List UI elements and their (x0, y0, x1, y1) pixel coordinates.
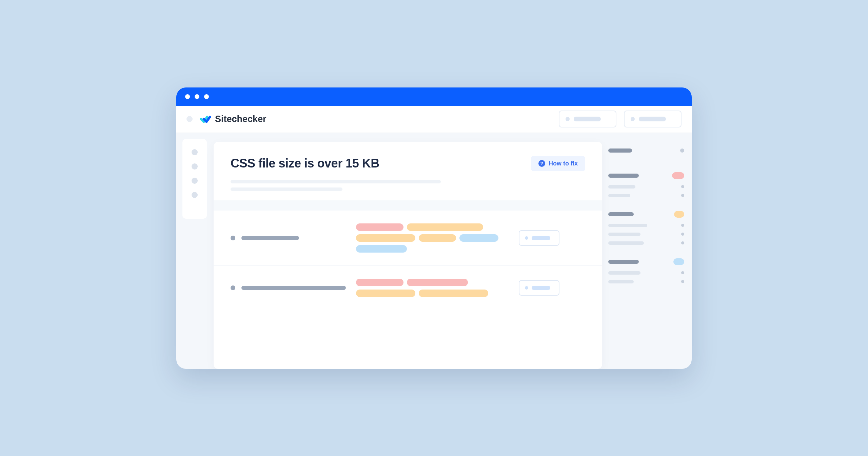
summary-section (608, 148, 684, 159)
checkmark-icon (200, 114, 211, 124)
section-badge (672, 172, 684, 179)
tag-pill (356, 290, 415, 297)
tag-pill (419, 290, 488, 297)
header-menu-dot[interactable] (186, 116, 193, 122)
row-url-placeholder (241, 236, 299, 240)
window-control-dot[interactable] (204, 94, 209, 99)
summary-section (608, 258, 684, 283)
summary-item[interactable] (608, 185, 684, 189)
row-tags (356, 223, 509, 253)
app-header: Sitechecker (176, 106, 692, 133)
row-indicator-dot (231, 236, 235, 240)
how-to-fix-button[interactable]: ? How to fix (531, 156, 585, 171)
row-tags (356, 279, 509, 297)
summary-section (608, 172, 684, 197)
header-action-button[interactable] (559, 111, 616, 127)
row-url-placeholder (241, 286, 346, 290)
sidebar-nav (182, 139, 207, 219)
tag-pill (356, 223, 403, 231)
tag-pill (356, 234, 415, 242)
issue-card: CSS file size is over 15 KB ? How to fix (214, 142, 602, 369)
issue-title: CSS file size is over 15 KB (231, 156, 379, 171)
section-count-dot (680, 148, 684, 153)
how-to-fix-label: How to fix (549, 160, 578, 167)
right-sidebar (608, 142, 688, 369)
sidebar-item[interactable] (192, 163, 198, 170)
browser-window: Sitechecker CSS file size is ov (176, 87, 692, 369)
summary-item[interactable] (608, 271, 684, 275)
question-icon: ? (538, 160, 545, 167)
row-action-button[interactable] (519, 230, 559, 246)
window-control-dot[interactable] (195, 94, 199, 99)
header-action-button[interactable] (624, 111, 682, 127)
placeholder-bar (639, 117, 666, 121)
issue-row[interactable] (214, 266, 602, 310)
main-area: CSS file size is over 15 KB ? How to fix (207, 133, 692, 369)
issue-row[interactable] (214, 211, 602, 266)
section-title-placeholder (608, 148, 632, 153)
row-action-button[interactable] (519, 280, 559, 296)
section-title-placeholder (608, 260, 639, 264)
tag-pill (407, 279, 468, 286)
placeholder-dot (525, 236, 528, 240)
summary-item[interactable] (608, 194, 684, 197)
issue-description-placeholder (231, 180, 585, 191)
window-control-dot[interactable] (185, 94, 190, 99)
window-titlebar (176, 87, 692, 106)
card-header: CSS file size is over 15 KB ? How to fix (214, 142, 602, 200)
section-badge (673, 258, 684, 265)
tag-pill (407, 223, 483, 231)
placeholder-dot (566, 117, 570, 121)
sidebar-item[interactable] (192, 149, 198, 155)
summary-item[interactable] (608, 280, 684, 283)
section-title-placeholder (608, 212, 634, 216)
summary-item[interactable] (608, 233, 684, 236)
placeholder-bar (532, 236, 550, 240)
brand-logo[interactable]: Sitechecker (200, 114, 267, 124)
section-badge (674, 211, 684, 218)
app-body: CSS file size is over 15 KB ? How to fix (176, 133, 692, 369)
placeholder-dot (525, 286, 528, 290)
placeholder-bar (574, 117, 601, 121)
tag-pill (459, 234, 498, 242)
table-header-strip (214, 200, 602, 211)
tag-pill (419, 234, 456, 242)
summary-section (608, 211, 684, 245)
summary-item[interactable] (608, 241, 684, 245)
row-indicator-dot (231, 285, 235, 290)
placeholder-dot (631, 117, 635, 121)
summary-item[interactable] (608, 224, 684, 227)
placeholder-bar (532, 286, 550, 290)
sidebar-item[interactable] (192, 178, 198, 184)
tag-pill (356, 279, 403, 286)
tag-pill (356, 245, 407, 253)
section-title-placeholder (608, 174, 639, 178)
sidebar-item[interactable] (192, 192, 198, 198)
brand-name: Sitechecker (215, 114, 267, 124)
